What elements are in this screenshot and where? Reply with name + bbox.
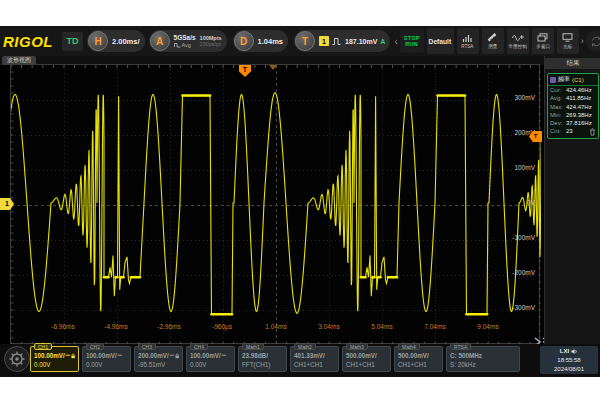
volt-label: -200mV bbox=[501, 269, 535, 276]
channel-box-ch4[interactable]: CH4 100.00mV/⎓ 0.00V bbox=[186, 346, 235, 372]
stacked-windows-icon bbox=[537, 33, 548, 42]
ch3-scale: 200.00mV/ bbox=[138, 352, 169, 359]
measure-button[interactable]: 测量 bbox=[482, 28, 504, 54]
time-label: 7.04ms bbox=[415, 323, 455, 330]
channel-tab: CH2 bbox=[86, 343, 104, 350]
channel-tab: CH1 bbox=[34, 343, 52, 350]
acquire-mode: Avg bbox=[174, 42, 196, 48]
horizontal-knob[interactable]: H bbox=[88, 31, 108, 51]
waveform-plot[interactable]: -6.96ms -4.96ms -2.96ms -960µs 1.04ms 3.… bbox=[10, 64, 540, 344]
math-box-math2[interactable]: Math2 401.33mV/ CH1+CH1 bbox=[290, 346, 339, 372]
volt-label: 200mV bbox=[501, 129, 535, 136]
spectrum-bars-icon bbox=[462, 34, 473, 43]
time-label: 5.04ms bbox=[362, 323, 402, 330]
acquire-mode-icon bbox=[174, 42, 181, 48]
math-box-math4[interactable]: Math4 500.00mV/ CH1+CH1 bbox=[394, 346, 443, 372]
trigger-group[interactable]: T 1 187.10mV A bbox=[294, 30, 390, 52]
delay-group[interactable]: D 1.04ms bbox=[233, 30, 288, 52]
horizontal-group[interactable]: H 2.00ms/ bbox=[87, 30, 145, 52]
trigger-type-icon bbox=[332, 37, 341, 46]
math3-scale: 500.00mV/ bbox=[346, 352, 387, 359]
mode-badge[interactable]: TD bbox=[62, 32, 83, 51]
ch3-offset: -95.51mV bbox=[138, 361, 179, 368]
time-label: -6.96ms bbox=[43, 323, 83, 330]
math1-scale: 23.98dB/ bbox=[242, 352, 283, 359]
dc-coupling-icon: ⎓ bbox=[66, 352, 70, 359]
rtsa-center-freq: C: 500MHz bbox=[450, 352, 516, 359]
time-label: 3.04ms bbox=[309, 323, 349, 330]
dc-coupling-icon: ⎓ bbox=[170, 352, 174, 359]
delete-measurement-icon[interactable] bbox=[589, 128, 596, 137]
math-box-math3[interactable]: Math3 500.00mV/ CH1+CH1 bbox=[342, 346, 391, 372]
sample-rate: 5GSa/s bbox=[174, 34, 196, 41]
time-label: -960µs bbox=[202, 323, 242, 330]
math4-scale: 500.00mV/ bbox=[398, 352, 439, 359]
math2-scale: 401.33mV/ bbox=[294, 352, 335, 359]
settings-gear-button[interactable] bbox=[4, 346, 30, 372]
volt-label: 0V bbox=[501, 199, 535, 206]
time-label: 1.04ms bbox=[256, 323, 296, 330]
measurement-card-header: 频率 (C1) bbox=[548, 74, 598, 86]
math-box-math1[interactable]: Math1 23.98dB/ FFT(CH1) bbox=[238, 346, 287, 372]
math-tab: Math4 bbox=[398, 343, 420, 350]
center-delay-marker bbox=[269, 65, 277, 70]
channel-box-ch2[interactable]: CH2 100.00mV/⎓ 0.00V bbox=[82, 346, 131, 372]
timebase-value: 2.00ms/ bbox=[112, 37, 140, 46]
rtsa-button[interactable]: RTSA bbox=[457, 28, 479, 54]
acquire-group[interactable]: A 5GSa/s Avg 100Mpts 200ps/pt bbox=[149, 30, 227, 52]
cursor-button[interactable]: 光标 bbox=[557, 28, 579, 54]
channel-status-bar: CH1 100.00mV/⎓ 0.00V CH2 100.00mV/⎓ 0.00… bbox=[0, 344, 600, 377]
measurement-name: 频率 bbox=[558, 75, 570, 84]
beeper-icon bbox=[571, 348, 578, 355]
trigger-source-badge: 1 bbox=[319, 36, 329, 46]
trigger-sweep-mode: A bbox=[380, 38, 385, 45]
trigger-level-value: 187.10mV bbox=[345, 38, 377, 45]
ch2-offset: 0.00V bbox=[86, 361, 127, 368]
dc-coupling-icon: ⎓ bbox=[118, 352, 122, 359]
measurement-card-frequency[interactable]: 频率 (C1) Cur:424.46Hz Avg:411.85Hz Max:42… bbox=[547, 73, 599, 139]
sync-button[interactable] bbox=[586, 30, 600, 52]
circular-arrows-icon bbox=[590, 35, 600, 48]
measurement-source: (C1) bbox=[572, 77, 584, 83]
ch1-offset: 0.00V bbox=[34, 361, 75, 368]
channel-box-ch1[interactable]: CH1 100.00mV/⎓ 0.00V bbox=[30, 346, 79, 372]
system-status-box[interactable]: LXI 18:55:58 2024/08/01 bbox=[540, 346, 598, 374]
top-status-bar: RIGOL TD H 2.00ms/ A 5GSa/s Avg 100Mpts … bbox=[0, 26, 600, 56]
rtsa-box[interactable]: RTSA C: 500MHz S: 20kHz bbox=[446, 346, 520, 372]
math1-expr: FFT(CH1) bbox=[242, 361, 283, 368]
trigger-knob[interactable]: T bbox=[295, 31, 315, 51]
lock-icon bbox=[71, 353, 75, 359]
waveform-canvas bbox=[11, 65, 541, 345]
lock-icon bbox=[175, 353, 179, 359]
rigol-logo: RIGOL bbox=[3, 33, 57, 50]
measurement-type-icon bbox=[550, 77, 556, 83]
acquire-knob[interactable]: A bbox=[150, 31, 170, 51]
volt-label: -300mV bbox=[501, 304, 535, 311]
channel-tab: CH3 bbox=[138, 343, 156, 350]
time-label: -4.96ms bbox=[96, 323, 136, 330]
oscilloscope-screen: RIGOL TD H 2.00ms/ A 5GSa/s Avg 100Mpts … bbox=[0, 26, 600, 377]
collapse-chevron-icon[interactable]: ‹ bbox=[394, 36, 397, 47]
channel-box-ch3[interactable]: CH3 200.00mV/⎓ -95.51mV bbox=[134, 346, 183, 372]
math-tab: Math2 bbox=[294, 343, 316, 350]
run-stop-button[interactable]: STOP RUN bbox=[400, 29, 424, 53]
results-title: 结果 bbox=[545, 58, 600, 69]
sample-resolution: 200ps/pt bbox=[200, 41, 222, 47]
delay-knob[interactable]: D bbox=[234, 31, 254, 51]
math3-expr: CH1+CH1 bbox=[346, 361, 387, 368]
multi-window-button[interactable]: 多窗口 bbox=[532, 28, 554, 54]
acquire-rate-col: 5GSa/s Avg bbox=[174, 34, 196, 47]
common-controls-button[interactable]: 常用控制 bbox=[507, 28, 529, 54]
dc-coupling-icon: ⎓ bbox=[222, 352, 226, 359]
measurement-row: Dev:37.816Hz bbox=[548, 119, 598, 127]
rtsa-tab: RTSA bbox=[450, 343, 471, 350]
ch4-offset: 0.00V bbox=[190, 361, 231, 368]
more-chevron-icon[interactable]: › bbox=[581, 36, 584, 46]
system-time: 18:55:58 bbox=[540, 356, 598, 365]
time-label: -2.96ms bbox=[149, 323, 189, 330]
measurement-row: Max:424.47Hz bbox=[548, 103, 598, 111]
channel-tab: CH4 bbox=[190, 343, 208, 350]
measurement-row: Avg:411.85Hz bbox=[548, 94, 598, 102]
default-button[interactable]: Default bbox=[427, 28, 454, 54]
memory-depth-col: 100Mpts 200ps/pt bbox=[200, 35, 222, 47]
